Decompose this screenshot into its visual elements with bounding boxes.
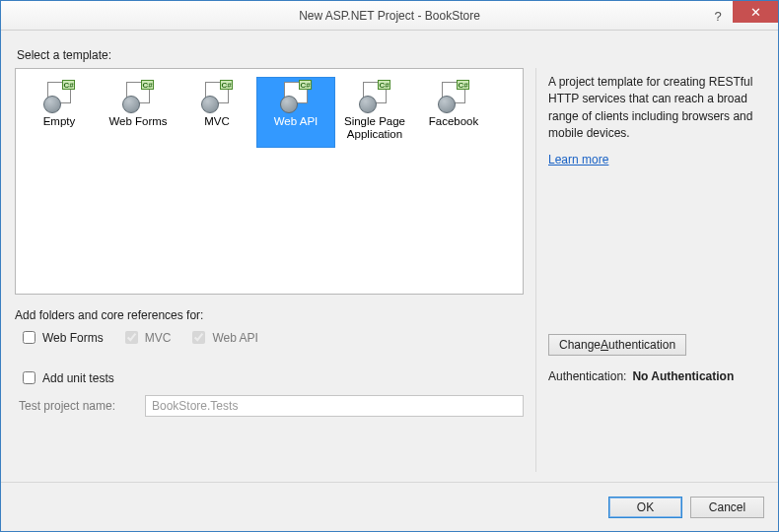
template-description: A project template for creating RESTful … [548,74,764,143]
add-unit-tests-input[interactable] [23,371,35,384]
titlebar: New ASP.NET Project - BookStore ? ✕ [1,1,778,31]
help-icon[interactable]: ? [703,1,733,31]
authentication-label: Authentication: [548,369,626,383]
template-label: Empty [43,115,76,128]
ref-checkbox-web-api: Web API [188,328,257,347]
add-unit-tests-label: Add unit tests [42,371,114,385]
ref-checkbox-label: Web Forms [42,331,104,345]
csharp-web-template-icon: C# [278,82,314,113]
dialog-footer: OK Cancel [1,482,778,531]
template-list[interactable]: C#EmptyC#Web FormsC#MVCC#Web APIC#Single… [15,68,524,295]
template-label: Single Page Application [336,115,413,141]
select-template-label: Select a template: [17,48,764,62]
ref-checkbox-input[interactable] [23,331,35,344]
csharp-web-template-icon: C# [120,82,156,113]
csharp-web-template-icon: C# [357,82,392,113]
template-label: MVC [204,115,230,128]
dialog-content: Select a template: C#EmptyC#Web FormsC#M… [1,31,778,472]
window-title: New ASP.NET Project - BookStore [299,9,480,23]
csharp-web-template-icon: C# [199,82,235,113]
csharp-web-template-icon: C# [436,82,471,113]
test-project-row: Test project name: [19,395,524,417]
close-icon[interactable]: ✕ [733,1,778,23]
ref-checkbox-web-forms[interactable]: Web Forms [19,328,104,347]
test-project-label: Test project name: [19,399,137,413]
template-label: Facebook [429,115,479,128]
right-column: A project template for creating RESTful … [535,68,764,472]
ref-checkbox-label: MVC [145,331,172,345]
template-item-web-forms[interactable]: C#Web Forms [99,77,177,148]
template-item-web-api[interactable]: C#Web API [256,77,335,148]
change-authentication-button[interactable]: Change Authentication [548,334,686,356]
left-column: C#EmptyC#Web FormsC#MVCC#Web APIC#Single… [15,68,524,472]
learn-more-link[interactable]: Learn more [548,153,764,166]
unit-tests-section: Add unit tests [19,368,524,387]
csharp-web-template-icon: C# [41,82,77,113]
close-button-wrap: ✕ [733,1,778,30]
ref-checkbox-input [192,331,205,344]
ok-button[interactable]: OK [608,497,682,518]
authentication-value: No Authentication [632,369,734,383]
template-item-single-page-application[interactable]: C#Single Page Application [335,77,414,148]
template-item-mvc[interactable]: C#MVC [177,77,256,148]
dialog-window: New ASP.NET Project - BookStore ? ✕ Sele… [0,0,779,532]
authentication-row: Authentication: No Authentication [548,369,764,383]
ref-checkbox-input [125,331,138,344]
template-label: Web API [274,115,319,128]
ref-checkbox-label: Web API [212,331,257,345]
references-label: Add folders and core references for: [15,308,524,322]
cancel-button[interactable]: Cancel [690,497,764,518]
add-unit-tests-checkbox[interactable]: Add unit tests [19,368,524,387]
columns: C#EmptyC#Web FormsC#MVCC#Web APIC#Single… [15,68,764,472]
template-item-facebook[interactable]: C#Facebook [414,77,493,148]
template-label: Web Forms [108,115,167,128]
template-item-empty[interactable]: C#Empty [20,77,99,148]
test-project-input[interactable] [145,395,524,417]
ref-checkbox-mvc: MVC [121,328,172,347]
references-row: Web FormsMVCWeb API [19,328,524,347]
titlebar-controls: ? ✕ [703,1,778,30]
